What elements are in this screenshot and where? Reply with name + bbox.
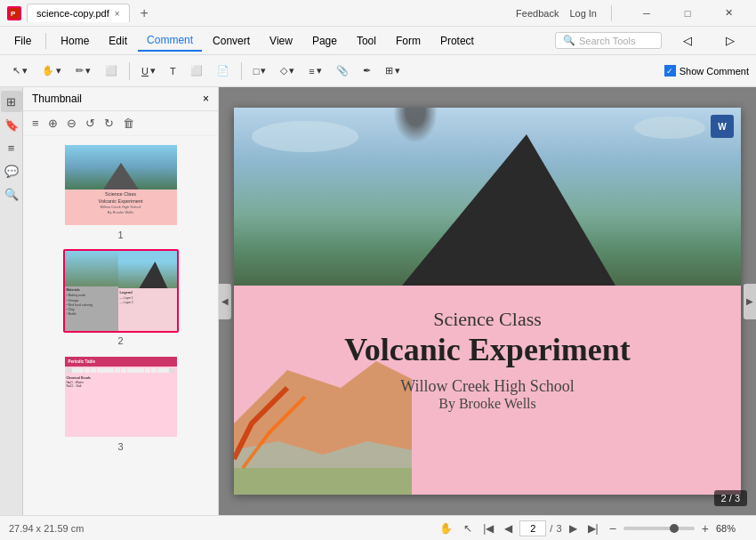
search-tools-label: Search Tools (579, 36, 635, 46)
layers-icon[interactable]: ≡ (1, 137, 22, 158)
window-controls: ─ □ ✕ (626, 0, 749, 27)
thumb-list-icon[interactable]: ≡ (30, 115, 41, 132)
comment-panel-icon[interactable]: 💬 (1, 160, 22, 181)
page1-volcano-shape (103, 163, 139, 189)
cursor-icon: ↖ (12, 65, 20, 77)
thumbnail-title: Thumbnail (32, 93, 82, 105)
thumb-zoom-in-icon[interactable]: ⊕ (46, 115, 60, 132)
note-icon: 📄 (217, 65, 229, 77)
page-number-input[interactable] (519, 520, 546, 536)
pdf-subtitle-text: Science Class (433, 308, 542, 331)
close-button[interactable]: ✕ (708, 0, 749, 27)
zoom-thumb (670, 524, 679, 533)
page2-preview: Materials • Baking soda • Vinegar • Red … (65, 251, 177, 331)
toolbar-btn-2[interactable]: ✋ ▾ (36, 60, 67, 83)
close-tab-icon[interactable]: × (115, 9, 120, 19)
menu-protect[interactable]: Protect (431, 31, 483, 51)
toolbar-sign-btn[interactable]: ✒ (358, 60, 376, 83)
titlebar-left: P science-copy.pdf × + (7, 4, 516, 22)
thumbnail-pages: Science ClassVolcanic Experiment Willow … (23, 136, 218, 515)
show-comment-label: Show Comment (680, 66, 749, 77)
thumbnail-page-2[interactable]: Materials • Baking soda • Vinegar • Red … (63, 249, 179, 346)
attach-icon: 📎 (336, 65, 349, 77)
login-link[interactable]: Log In (569, 8, 597, 19)
menu-form[interactable]: Form (387, 31, 430, 51)
toolbar-callout-btn[interactable]: ⬜ (185, 60, 208, 83)
zoom-slider[interactable] (623, 527, 695, 530)
toolbar-erase-btn[interactable]: ⬜ (100, 60, 123, 83)
last-page-button[interactable]: ▶| (584, 520, 602, 536)
dropdown-icon2: ▾ (56, 65, 61, 77)
cursor-tool-icon[interactable]: ↖ (460, 520, 476, 536)
prev-page-button[interactable]: ◀ (501, 520, 516, 536)
thumbnail-close-icon[interactable]: × (203, 93, 209, 105)
minimize-button[interactable]: ─ (626, 0, 667, 27)
toolbar-attach-btn[interactable]: 📎 (331, 60, 354, 83)
toolbar: ↖ ▾ ✋ ▾ ✏ ▾ ⬜ U ▾ T ⬜ 📄 □ ▾ ◇ ▾ ≡ ▾ 📎 ✒ (0, 55, 756, 87)
toolbar-stamp-btn[interactable]: ◇ ▾ (275, 60, 300, 83)
pdf-school-name: Willow Creek High School (400, 377, 575, 396)
sidebar-toggle-icon[interactable]: ⊞ (1, 91, 22, 112)
toolbar-group-btn[interactable]: ⊞ ▾ (380, 60, 406, 83)
search-tools-box[interactable]: 🔍 Search Tools (555, 32, 662, 49)
thumbnail-page-1[interactable]: Science ClassVolcanic Experiment Willow … (63, 143, 179, 240)
statusbar: 27.94 x 21.59 cm ✋ ↖ |◀ ◀ / 3 ▶ ▶| − + 6… (0, 515, 756, 540)
toolbar-btn-3[interactable]: ✏ ▾ (70, 60, 96, 83)
thumb-delete-icon[interactable]: 🗑 (121, 115, 136, 132)
toolbar-btn-1[interactable]: ↖ ▾ (7, 60, 33, 83)
menu-view[interactable]: View (261, 31, 302, 51)
menu-tool[interactable]: Tool (348, 31, 385, 51)
first-page-button[interactable]: |◀ (479, 520, 497, 536)
toolbar-measure-btn[interactable]: ≡ ▾ (303, 60, 326, 83)
text-icon: T (170, 66, 176, 77)
zoom-percentage: 68% (716, 523, 747, 534)
total-pages: 3 (556, 523, 561, 534)
svg-rect-4 (234, 468, 412, 495)
bookmark-icon[interactable]: 🔖 (1, 114, 22, 135)
menu-convert[interactable]: Convert (204, 31, 259, 51)
toolbar-shape-btn[interactable]: □ ▾ (248, 60, 272, 83)
toolbar-sep2 (241, 62, 242, 80)
titlebar-divider (611, 5, 612, 21)
hand-tool-icon[interactable]: ✋ (436, 520, 456, 536)
main-layout: ⊞ 🔖 ≡ 💬 🔍 Thumbnail × ≡ ⊕ ⊖ ↺ ↻ 🗑 (0, 87, 756, 515)
menubar: File Home Edit Comment Convert View Page… (0, 27, 756, 55)
main-title-label: Volcanic Experiment (344, 332, 631, 367)
menu-edit[interactable]: Edit (100, 31, 136, 51)
show-comment-checkbox[interactable] (664, 65, 676, 77)
nav-forward-button[interactable]: ▷ (710, 28, 751, 54)
page-separator: / (550, 523, 552, 534)
zoom-minus-button[interactable]: − (609, 521, 616, 536)
menu-file[interactable]: File (5, 31, 40, 51)
new-tab-button[interactable]: + (135, 5, 154, 21)
toolbar-text-btn[interactable]: T (165, 60, 181, 83)
stamp-icon: ◇ (280, 65, 287, 77)
page3-number: 3 (117, 441, 123, 452)
dropdown-icon6: ▾ (289, 65, 294, 77)
thumb-rotate-cw-icon[interactable]: ↻ (102, 115, 116, 132)
next-page-button[interactable]: ▶ (566, 520, 581, 536)
thumb-zoom-out-icon[interactable]: ⊖ (65, 115, 78, 132)
nav-back-button[interactable]: ◁ (667, 28, 708, 54)
menu-comment[interactable]: Comment (138, 30, 202, 52)
titlebar-right: Feedback Log In ─ □ ✕ (516, 0, 749, 27)
search-panel-icon[interactable]: 🔍 (1, 183, 22, 205)
toolbar-note-btn[interactable]: 📄 (212, 60, 235, 83)
collapse-right-button[interactable]: ▶ (744, 284, 756, 319)
titlebar: P science-copy.pdf × + Feedback Log In ─… (0, 0, 756, 27)
dropdown-icon1: ▾ (22, 65, 28, 77)
toolbar-underline-btn[interactable]: U ▾ (136, 60, 161, 83)
thumb-rotate-ccw-icon[interactable]: ↺ (84, 115, 97, 132)
zoom-plus-button[interactable]: + (702, 521, 709, 536)
page1-number: 1 (117, 230, 123, 240)
maximize-button[interactable]: □ (667, 0, 708, 27)
thumbnail-page-3[interactable]: Periodic Table (63, 355, 179, 452)
sign-icon: ✒ (363, 65, 371, 77)
hand-icon: ✋ (42, 65, 54, 77)
collapse-left-button[interactable]: ◀ (219, 284, 231, 319)
feedback-link[interactable]: Feedback (516, 8, 559, 19)
menu-home[interactable]: Home (52, 31, 98, 51)
cloud-right (634, 117, 705, 139)
active-tab[interactable]: science-copy.pdf × (27, 4, 130, 22)
menu-page[interactable]: Page (303, 31, 346, 51)
